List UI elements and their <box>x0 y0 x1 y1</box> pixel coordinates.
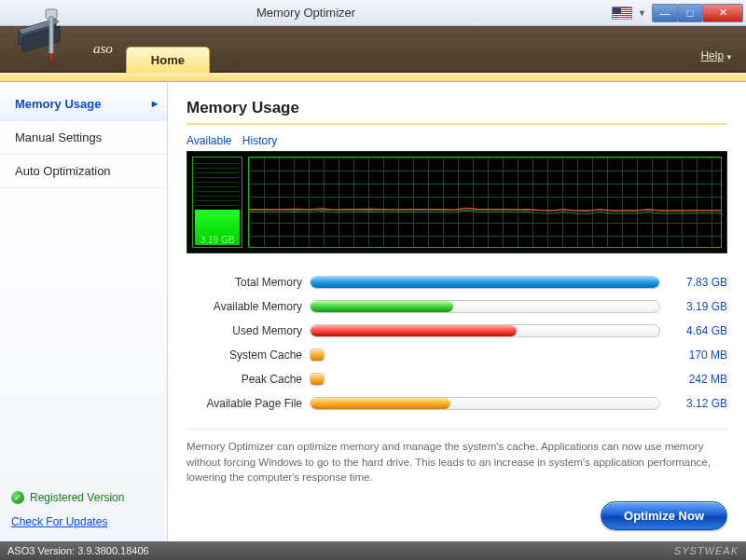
metric-label: System Cache <box>186 348 310 362</box>
graph-tabs: Available History <box>186 134 727 147</box>
metric-bar <box>310 373 325 386</box>
heading-divider <box>186 123 727 125</box>
metric-label: Available Page File <box>186 397 310 410</box>
metric-row: Used Memory4.64 GB <box>186 319 727 343</box>
main-pane: Memory Usage Available History 3.19 GB T… <box>168 82 746 541</box>
metrics-table: Total Memory7.83 GBAvailable Memory3.19 … <box>186 270 727 416</box>
svg-marker-5 <box>49 54 53 67</box>
metric-value: 7.83 GB <box>660 276 727 289</box>
metric-bar <box>310 348 325 362</box>
metric-value: 3.12 GB <box>660 397 727 410</box>
close-button[interactable]: ✕ <box>702 4 743 22</box>
sidebar-item-manual-settings[interactable]: Manual Settings <box>0 121 167 155</box>
tab-home[interactable]: Home <box>126 47 210 73</box>
check-updates-link[interactable]: Check For Updates <box>0 512 167 541</box>
metric-row: Total Memory7.83 GB <box>186 270 727 294</box>
optimize-now-button[interactable]: Optimize Now <box>601 501 727 530</box>
graph-tab-available[interactable]: Available <box>186 134 231 147</box>
memory-gauge: 3.19 GB <box>192 157 242 248</box>
metric-value: 242 MB <box>660 373 727 386</box>
flag-dropdown-icon[interactable]: ▼ <box>638 8 646 18</box>
watermark: SYSTWEAK <box>674 545 739 556</box>
minimize-button[interactable]: — <box>652 4 678 22</box>
flag-icon[interactable] <box>612 7 632 20</box>
app-header: aso Home Help▼ <box>0 26 746 73</box>
chevron-down-icon: ▼ <box>725 53 733 61</box>
metric-label: Used Memory <box>186 324 310 337</box>
metric-value: 4.64 GB <box>660 324 727 337</box>
status-bar: ASO3 Version: 3.9.3800.18406 SYSTWEAK <box>0 541 746 560</box>
gauge-value: 3.19 GB <box>193 235 242 245</box>
metric-row: System Cache170 MB <box>186 343 727 367</box>
registered-label: Registered Version <box>30 491 124 504</box>
svg-rect-4 <box>49 17 53 54</box>
check-icon: ✓ <box>11 491 24 504</box>
metric-bar <box>310 276 660 289</box>
title-bar: Memory Optimizer ▼ — □ ✕ <box>0 0 746 26</box>
graph-container: 3.19 GB <box>186 151 727 253</box>
sidebar-item-memory-usage[interactable]: Memory Usage <box>0 88 167 121</box>
metric-value: 170 MB <box>660 348 727 362</box>
ribbon-accent <box>0 73 746 82</box>
metric-label: Total Memory <box>186 276 310 289</box>
metric-row: Available Page File3.12 GB <box>186 391 727 416</box>
history-graph <box>248 157 722 248</box>
maximize-button[interactable]: □ <box>677 4 703 22</box>
description-text: Memory Optimizer can optimize memory and… <box>186 429 727 485</box>
metric-row: Peak Cache242 MB <box>186 367 727 391</box>
brand-text: aso <box>93 41 113 57</box>
metric-bar <box>310 397 660 410</box>
sidebar-item-auto-optimization[interactable]: Auto Optimization <box>0 155 167 188</box>
metric-label: Available Memory <box>186 300 310 313</box>
metric-label: Peak Cache <box>186 373 310 386</box>
page-title: Memory Usage <box>186 99 727 117</box>
registered-badge: ✓ Registered Version <box>0 484 167 512</box>
version-text: ASO3 Version: 3.9.3800.18406 <box>7 545 149 556</box>
graph-tab-history[interactable]: History <box>242 134 277 147</box>
metric-bar <box>310 324 660 337</box>
app-logo-icon <box>2 2 93 75</box>
metric-row: Available Memory3.19 GB <box>186 294 727 319</box>
metric-value: 3.19 GB <box>660 300 727 313</box>
metric-bar <box>310 300 660 313</box>
help-menu[interactable]: Help▼ <box>700 49 733 62</box>
sidebar: Memory Usage Manual Settings Auto Optimi… <box>0 82 168 541</box>
